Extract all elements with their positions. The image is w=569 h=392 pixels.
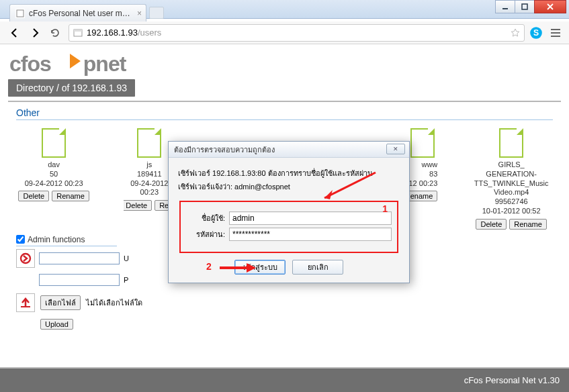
svg-marker-13	[247, 263, 256, 273]
nav-back[interactable]	[5, 24, 24, 42]
file-name: js	[124, 160, 175, 170]
svg-text:S: S	[533, 28, 539, 38]
no-file-label: ไม่ได้เลือกไฟล์ใด	[86, 297, 142, 309]
file-date: 10-01-2012 00:52	[470, 207, 553, 216]
annotation-number-2: 2	[206, 261, 212, 272]
tab-close-icon[interactable]: ×	[137, 9, 142, 18]
auth-dialog-buttons: 2 เข้าสู่ระบบ ยกเลิก	[178, 260, 400, 275]
admin-field1-label: U	[124, 254, 129, 262]
admin-functions-toggle[interactable]: Admin functions	[16, 235, 117, 246]
svg-rect-1	[522, 4, 527, 9]
rename-button[interactable]: Rename	[509, 219, 547, 230]
url-path: /users	[138, 28, 161, 38]
file-icon	[410, 128, 435, 158]
section-other: Other	[16, 107, 553, 120]
admin-input-1[interactable]	[39, 252, 120, 264]
file-date: 09-24-2012 00:23	[16, 179, 91, 189]
url-host: 192.168.1.93	[87, 28, 138, 38]
file-icon	[42, 128, 66, 158]
logo: cfos pnet	[0, 44, 569, 79]
auth-dialog-titlebar[interactable]: ต้องมีการตรวจสอบความถูกต้อง ✕	[169, 142, 409, 158]
bookmark-star-icon[interactable]	[511, 28, 520, 38]
rename-button[interactable]: Rename	[52, 191, 89, 201]
window-maximize[interactable]	[515, 0, 535, 13]
file-date: 09-24-2012 00:23	[124, 179, 175, 198]
svg-rect-5	[74, 30, 82, 32]
svg-rect-9	[21, 306, 30, 307]
browser-toolbar: 192.168.1.93/users S	[0, 21, 569, 44]
admin-checkbox[interactable]	[16, 235, 25, 244]
annotation-number-1: 1	[382, 203, 388, 214]
browser-tabstrip: cFos Personal Net user man ×	[5, 4, 488, 21]
delete-button[interactable]: Delete	[18, 191, 49, 201]
file-name: GIRLS_ GENERATION- TTS_TWINKLE_Music Vid…	[470, 160, 553, 197]
upload-icon[interactable]	[16, 293, 35, 312]
file-item[interactable]: js 189411 09-24-2012 00:23 DeleteRen	[124, 128, 175, 230]
file-name: dav	[16, 160, 91, 170]
skype-extension-icon[interactable]: S	[529, 26, 543, 40]
nav-reload[interactable]	[46, 24, 64, 42]
file-size: 50	[16, 170, 91, 179]
page-footer: cFos Personal Net v1.30	[0, 367, 569, 392]
auth-dialog: ต้องมีการตรวจสอบความถูกต้อง ✕ เซิร์ฟเวอร…	[168, 141, 410, 283]
tab-favicon	[15, 9, 25, 18]
auth-dialog-title: ต้องมีการตรวจสอบความถูกต้อง	[174, 144, 275, 156]
address-bar[interactable]: 192.168.1.93/users	[69, 24, 525, 42]
svg-line-10	[324, 173, 376, 198]
browser-tab[interactable]: cFos Personal Net user man ×	[9, 4, 146, 21]
logo-left: cfos	[9, 52, 51, 77]
nav-forward[interactable]	[26, 24, 44, 42]
svg-rect-0	[502, 8, 508, 9]
delete-button[interactable]: Delete	[124, 200, 152, 211]
divider	[8, 101, 561, 102]
admin-label: Admin functions	[28, 235, 85, 244]
file-item[interactable]: dav 50 09-24-2012 00:23 DeleteRename	[16, 128, 91, 230]
upload-submit-row: Upload	[16, 315, 553, 334]
file-item[interactable]: GIRLS_ GENERATION- TTS_TWINKLE_Music Vid…	[470, 128, 553, 230]
file-size: 99562746	[470, 197, 553, 207]
tab-title: cFos Personal Net user man	[29, 9, 131, 18]
window-close[interactable]	[534, 0, 566, 13]
cancel-button[interactable]: ยกเลิก	[292, 260, 343, 275]
choose-file-button[interactable]: เลือกไฟล์	[40, 295, 81, 310]
upload-button[interactable]: Upload	[40, 319, 73, 330]
password-input[interactable]	[229, 228, 392, 241]
window-minimize[interactable]	[495, 0, 515, 13]
username-input[interactable]	[229, 211, 392, 225]
username-label: ชื่อผู้ใช้:	[186, 212, 225, 224]
annotation-arrow-1	[316, 170, 384, 203]
admin-field2-label: P	[124, 276, 128, 284]
delete-button[interactable]: Delete	[476, 219, 507, 230]
new-tab-button[interactable]	[149, 7, 164, 19]
browser-menu-icon[interactable]	[548, 25, 564, 41]
file-size: 189411	[124, 170, 175, 179]
password-label: รหัสผ่าน:	[186, 228, 225, 240]
admin-input-2[interactable]	[39, 274, 120, 286]
site-icon	[73, 28, 83, 38]
auth-dialog-close[interactable]: ✕	[386, 144, 405, 154]
file-icon	[499, 128, 523, 158]
annotation-box-1: 1 ชื่อผู้ใช้: รหัสผ่าน:	[179, 201, 398, 253]
upload-row: เลือกไฟล์ ไม่ได้เลือกไฟล์ใด	[16, 293, 553, 312]
logo-arrow-icon	[54, 51, 81, 72]
admin-icon-1[interactable]	[16, 249, 35, 268]
svg-point-8	[21, 254, 30, 263]
breadcrumb: Directory / of 192.168.1.93	[8, 79, 135, 97]
window-controls	[496, 0, 566, 13]
annotation-arrow-2	[217, 261, 257, 275]
file-icon	[137, 128, 161, 158]
logo-right: pnet	[83, 52, 126, 77]
